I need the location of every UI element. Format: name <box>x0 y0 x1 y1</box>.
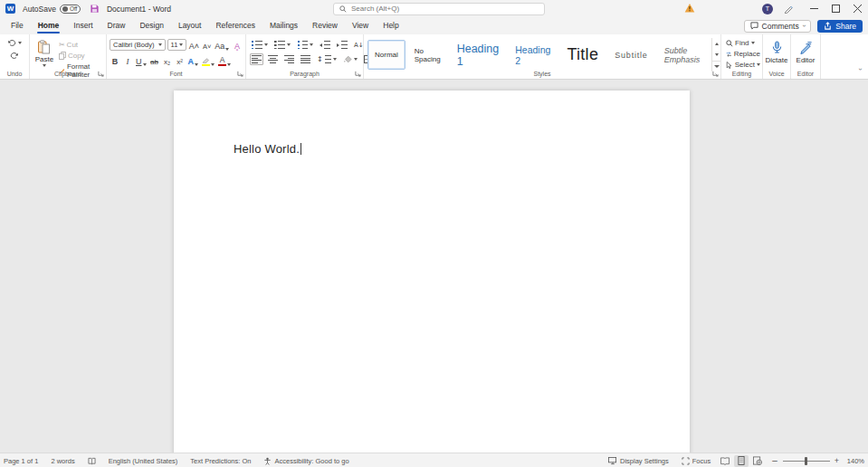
zoom-slider[interactable] <box>783 461 830 462</box>
multilevel-list-button[interactable] <box>295 40 315 50</box>
group-clipboard: Paste ✂ Cut Copy Format Painter Clipboar… <box>30 34 107 79</box>
font-name-combobox[interactable]: Calibri (Body) <box>110 39 166 51</box>
numbering-button[interactable] <box>272 40 292 50</box>
search-input[interactable]: Search (Alt+Q) <box>333 3 545 15</box>
undo-button[interactable] <box>5 38 24 48</box>
editor-button[interactable]: Editor <box>791 38 820 64</box>
group-label-clipboard: Clipboard <box>30 71 106 77</box>
close-button[interactable] <box>846 0 868 17</box>
font-size-combobox[interactable]: 11 <box>167 39 186 51</box>
minimize-button[interactable] <box>803 0 825 17</box>
pen-icon[interactable] <box>784 4 794 14</box>
italic-button[interactable]: I <box>122 54 133 66</box>
page-indicator-label: Page 1 of 1 <box>4 457 38 465</box>
document-canvas[interactable]: Hello World. <box>0 80 868 453</box>
document-page[interactable]: Hello World. <box>174 91 690 453</box>
tab-insert[interactable]: Insert <box>66 18 100 33</box>
read-mode-button[interactable] <box>718 455 732 467</box>
strikethrough-button[interactable]: ab <box>149 54 160 66</box>
language-status[interactable]: English (United States) <box>102 453 185 467</box>
align-right-button[interactable] <box>282 54 296 64</box>
share-button[interactable]: Share <box>817 20 863 33</box>
maximize-button[interactable] <box>825 0 846 17</box>
styles-scroll-up-button[interactable] <box>712 39 720 49</box>
clear-formatting-button[interactable]: Ḁ <box>232 39 243 51</box>
style-normal[interactable]: Normal <box>367 40 405 70</box>
document-body-text[interactable]: Hello World. <box>234 142 301 156</box>
select-button[interactable]: Select <box>724 60 762 70</box>
tab-review[interactable]: Review <box>305 18 345 33</box>
paste-label: Paste <box>35 55 53 63</box>
print-layout-button[interactable] <box>734 455 749 467</box>
styles-more-button[interactable] <box>712 61 720 71</box>
increase-indent-button[interactable] <box>335 40 349 50</box>
web-layout-button[interactable] <box>750 455 765 467</box>
font-size-value: 11 <box>171 41 178 49</box>
zoom-in-button[interactable]: + <box>835 456 839 465</box>
word-count[interactable]: 2 words <box>44 453 81 467</box>
bold-button[interactable]: B <box>110 54 120 66</box>
redo-button[interactable] <box>8 51 21 61</box>
grow-font-button[interactable]: A˄ <box>188 39 200 51</box>
tab-help[interactable]: Help <box>376 18 405 33</box>
comments-button[interactable]: Comments › <box>744 20 812 33</box>
group-label-paragraph: Paragraph <box>246 71 363 77</box>
tab-references[interactable]: References <box>208 18 262 33</box>
line-spacing-button[interactable]: ↕ <box>315 54 339 64</box>
shading-button[interactable] <box>341 54 359 64</box>
bullets-button[interactable] <box>250 40 270 50</box>
dictate-button[interactable]: Dictate <box>763 38 790 64</box>
style-subtle-emphasis[interactable]: Subtle Emphasis <box>657 40 710 70</box>
justify-button[interactable] <box>299 54 312 64</box>
change-case-button[interactable]: Aa <box>215 39 230 51</box>
user-avatar[interactable]: T <box>762 4 773 14</box>
tab-design[interactable]: Design <box>132 18 170 33</box>
find-button[interactable]: Find <box>724 38 762 48</box>
collapse-ribbon-button[interactable]: › <box>859 59 862 75</box>
cut-button[interactable]: ✂ Cut <box>57 40 106 50</box>
style-no-spacing[interactable]: No Spacing <box>407 40 448 70</box>
tab-layout[interactable]: Layout <box>171 18 209 33</box>
autosave-toggle[interactable]: Off <box>60 5 81 14</box>
copy-label: Copy <box>68 52 85 60</box>
font-color-button[interactable]: A <box>217 54 232 66</box>
activation-warning-icon[interactable] <box>684 3 695 14</box>
underline-button[interactable]: U <box>135 54 148 66</box>
align-center-button[interactable] <box>266 54 280 64</box>
zoom-level[interactable]: 140% <box>844 457 864 465</box>
display-settings-button[interactable]: Display Settings <box>602 453 675 467</box>
page-indicator[interactable]: Page 1 of 1 <box>4 453 44 467</box>
subscript-button[interactable]: x₂ <box>162 54 173 66</box>
save-icon[interactable] <box>90 4 100 14</box>
tab-file[interactable]: File <box>4 18 31 33</box>
style-title[interactable]: Title <box>559 40 606 70</box>
tab-mailings[interactable]: Mailings <box>262 18 305 33</box>
autosave-control[interactable]: AutoSave Off <box>23 5 81 14</box>
styles-scroll-down-button[interactable] <box>712 50 720 60</box>
tab-home[interactable]: Home <box>31 18 67 33</box>
zoom-slider-thumb[interactable] <box>805 457 807 465</box>
decrease-indent-button[interactable] <box>318 40 332 50</box>
tab-view[interactable]: View <box>345 18 376 33</box>
replace-button[interactable]: Replace <box>724 49 762 59</box>
focus-button[interactable]: Focus <box>675 453 717 467</box>
proofing-status[interactable] <box>81 453 102 467</box>
text-highlight-button[interactable] <box>201 54 215 66</box>
superscript-button[interactable]: x² <box>175 54 186 66</box>
style-subtitle[interactable]: Subtitle <box>607 40 654 70</box>
text-predictions-status[interactable]: Text Predictions: On <box>184 453 257 467</box>
tab-draw[interactable]: Draw <box>100 18 133 33</box>
copy-button[interactable]: Copy <box>57 51 106 61</box>
font-name-value: Calibri (Body) <box>113 41 154 49</box>
print-layout-icon <box>738 456 745 465</box>
text-effects-button[interactable]: A <box>187 54 200 66</box>
shrink-font-button[interactable]: A˅ <box>202 39 213 51</box>
align-left-button[interactable] <box>250 53 263 65</box>
style-heading-1[interactable]: Heading 1 <box>450 40 507 70</box>
style-heading-2[interactable]: Heading 2 <box>508 40 558 70</box>
zoom-out-button[interactable]: − <box>771 456 778 465</box>
word-app-icon[interactable]: W <box>5 4 15 14</box>
style-label: Subtle Emphasis <box>664 46 702 64</box>
accessibility-status[interactable]: Accessibility: Good to go <box>257 453 355 467</box>
chevron-down-icon <box>310 43 313 46</box>
